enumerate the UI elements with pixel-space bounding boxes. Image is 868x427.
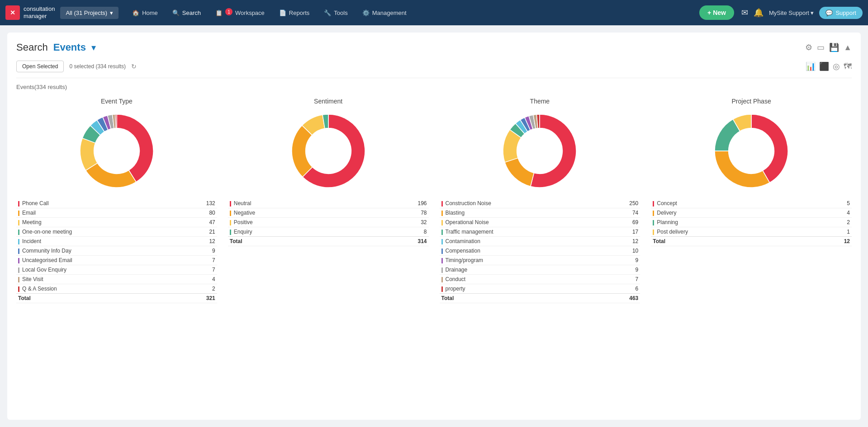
refresh-icon[interactable]: ↻ [131, 63, 137, 70]
nav-home[interactable]: 🏠 Home [126, 6, 164, 20]
legend-row: Neutral 196 [228, 199, 429, 208]
legend-total: Total 12 [651, 237, 852, 246]
management-icon: ⚙️ [362, 9, 370, 16]
legend-total: Total 314 [228, 237, 429, 246]
legend-row: Delivery 4 [651, 208, 852, 218]
logo-icon: ✕ [5, 5, 20, 20]
chart-legend: Concept 5 Delivery 4 Planning 2 Post del… [651, 199, 852, 246]
donut-chart [76, 110, 157, 192]
workspace-icon: 📋 [215, 9, 223, 16]
reports-icon: 📄 [279, 9, 286, 16]
results-label: Events(334 results) [16, 84, 852, 90]
legend-row: Compensation 10 [440, 246, 640, 256]
legend-row: Negative 78 [228, 208, 429, 218]
layout-icon[interactable]: ▭ [817, 42, 825, 52]
legend-row: Concept 5 [651, 199, 852, 208]
legend-table: Neutral 196 Negative 78 Positive 32 Enqu… [228, 199, 429, 246]
legend-row: Uncategorised Email 7 [16, 256, 217, 265]
legend-row: Enquiry 8 [228, 227, 429, 237]
chart-legend: Construction Noise 250 Blasting 74 Opera… [440, 199, 640, 303]
legend-row: Traffic management 17 [440, 227, 640, 237]
legend-row: property 6 [440, 284, 640, 294]
new-button[interactable]: + New [699, 5, 734, 20]
open-selected-button[interactable]: Open Selected [16, 61, 64, 72]
chart-legend: Neutral 196 Negative 78 Positive 32 Enqu… [228, 199, 429, 246]
search-label: Search [16, 42, 48, 53]
legend-row: Blasting 74 [440, 208, 640, 218]
collapse-icon[interactable]: ▲ [844, 43, 852, 52]
home-icon: 🏠 [132, 9, 139, 16]
chart-title: Event Type [101, 98, 133, 105]
events-label: Events [53, 42, 86, 53]
legend-table: Concept 5 Delivery 4 Planning 2 Post del… [651, 199, 852, 246]
chart-title: Project Phase [732, 98, 771, 105]
legend-table: Phone Call 132 Email 80 Meeting 47 One-o… [16, 199, 217, 303]
donut-view-icon[interactable]: ◎ [833, 61, 840, 71]
logo-area: ✕ consultation manager [5, 5, 55, 20]
legend-row: Incident 12 [16, 237, 217, 246]
notifications-icon[interactable]: 🔔 [754, 8, 764, 18]
logo-text: consultation manager [24, 5, 55, 19]
legend-row: Local Gov Enquiry 7 [16, 265, 217, 275]
legend-row: Timing/program 9 [440, 256, 640, 265]
project-selector[interactable]: All (31 Projects) ▾ [60, 7, 119, 19]
legend-row: Positive 32 [228, 218, 429, 227]
settings-icon[interactable]: ⚙ [805, 42, 812, 52]
support-icon: 💬 [825, 9, 833, 16]
legend-row: Post delivery 1 [651, 227, 852, 237]
legend-row: Operational Noise 69 [440, 218, 640, 227]
chart-section-2: Theme Construction Noise 250 Blasting 74… [440, 98, 640, 303]
donut-chart [499, 110, 580, 192]
legend-table: Construction Noise 250 Blasting 74 Opera… [440, 199, 640, 303]
chevron-down-icon: ▾ [110, 9, 113, 16]
support-button[interactable]: 💬 Support [819, 7, 863, 19]
top-navigation: ✕ consultation manager All (31 Projects)… [0, 0, 868, 25]
legend-total: Total 321 [16, 294, 217, 303]
charts-grid: Event Type Phone Call 132 Email 80 Meeti… [16, 98, 852, 303]
toolbar: Open Selected 0 selected (334 results) ↻… [16, 61, 852, 78]
legend-row: Meeting 47 [16, 218, 217, 227]
legend-row: One-on-one meeting 21 [16, 227, 217, 237]
donut-chart [711, 110, 792, 192]
nav-tools[interactable]: 🔧 Tools [318, 6, 354, 20]
mail-icon[interactable]: ✉ [741, 8, 748, 18]
view-icons: 📊 ⬛ ◎ 🗺 [806, 61, 852, 71]
export-icon[interactable]: 📊 [806, 61, 816, 71]
legend-row: Contamination 12 [440, 237, 640, 246]
legend-row: Email 80 [16, 208, 217, 218]
chart-section-3: Project Phase Concept 5 Delivery 4 Plann… [651, 98, 852, 303]
nav-search[interactable]: 🔍 Search [166, 6, 207, 20]
search-icon: 🔍 [172, 9, 180, 16]
main-content: Search Events ▾ ⚙ ▭ 💾 ▲ Open Selected 0 … [7, 33, 861, 420]
events-dropdown[interactable]: ▾ [91, 42, 96, 53]
chart-title: Sentiment [314, 98, 342, 105]
legend-row: Drainage 9 [440, 265, 640, 275]
legend-total: Total 463 [440, 294, 640, 303]
selection-info: 0 selected (334 results) [69, 63, 126, 70]
workspace-badge: 1 [225, 8, 232, 15]
tools-icon: 🔧 [324, 9, 331, 16]
chart-view-icon[interactable]: ⬛ [819, 61, 829, 71]
legend-row: Q & A Session 2 [16, 284, 217, 294]
legend-row: Construction Noise 250 [440, 199, 640, 208]
chart-title: Theme [530, 98, 550, 105]
chart-legend: Phone Call 132 Email 80 Meeting 47 One-o… [16, 199, 217, 303]
map-view-icon[interactable]: 🗺 [844, 62, 852, 71]
legend-row: Planning 2 [651, 218, 852, 227]
chart-section-0: Event Type Phone Call 132 Email 80 Meeti… [16, 98, 217, 303]
nav-management[interactable]: ⚙️ Management [356, 6, 413, 20]
nav-right-icons: ✉ 🔔 MySite Support ▾ 💬 Support [741, 7, 863, 19]
legend-row: Conduct 7 [440, 275, 640, 284]
header-right-icons: ⚙ ▭ 💾 ▲ [805, 42, 852, 52]
nav-workspace[interactable]: 📋 1 Workspace [209, 5, 271, 20]
legend-row: Community Info Day 9 [16, 246, 217, 256]
nav-reports[interactable]: 📄 Reports [273, 6, 316, 20]
mysite-button[interactable]: MySite Support ▾ [769, 9, 814, 16]
save-icon[interactable]: 💾 [829, 42, 839, 52]
legend-row: Phone Call 132 [16, 199, 217, 208]
chart-section-1: Sentiment Neutral 196 Negative 78 Positi… [228, 98, 429, 303]
search-header: Search Events ▾ ⚙ ▭ 💾 ▲ [16, 42, 852, 53]
legend-row: Site Visit 4 [16, 275, 217, 284]
donut-chart [288, 110, 369, 192]
